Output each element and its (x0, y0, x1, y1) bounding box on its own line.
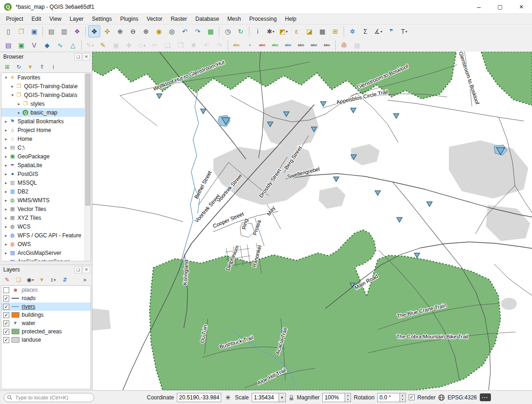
menu-project[interactable]: Project (2, 15, 27, 23)
pan-to-selection-button[interactable]: ✜ (101, 25, 113, 37)
data-source-manager-button[interactable]: ▤ (2, 39, 14, 51)
layer-row-landuse[interactable]: ✓landuse (1, 336, 91, 344)
open-project-button[interactable]: ❐ (15, 25, 27, 37)
browser-item-c-[interactable]: ▸▤C:\ (1, 143, 85, 152)
zoom-next-button[interactable]: ↷ (192, 25, 204, 37)
expander-icon[interactable]: ▸ (16, 102, 22, 106)
filter-by-expression-button[interactable]: ε▾ (48, 275, 59, 285)
developer-tools-button[interactable]: ✇ (338, 39, 350, 51)
expander-icon[interactable]: ▸ (3, 216, 9, 220)
layer-visibility-checkbox[interactable]: ✓ (3, 329, 9, 335)
menu-mesh[interactable]: Mesh (223, 15, 245, 23)
undock-panel-icon[interactable] (74, 266, 82, 273)
browser-item-wfs-ogc-api-feature[interactable]: ▸◍WFS / OGC API - Feature (1, 231, 85, 240)
collapse-all-button[interactable]: ⇑ (36, 62, 47, 72)
add-selected-layers-button[interactable]: ⊞ (2, 62, 12, 72)
layer-visibility-checkbox[interactable]: ✓ (3, 337, 9, 343)
identify-features-button[interactable]: i (252, 25, 264, 37)
refresh-browser-button[interactable]: ↻ (13, 62, 24, 72)
browser-item-db2[interactable]: ▸▥DB2 (1, 187, 85, 196)
rotation-input[interactable] (377, 393, 399, 402)
expander-icon[interactable]: ▸ (10, 84, 15, 89)
zoom-out-button[interactable]: ⊖ (127, 25, 139, 37)
expander-icon[interactable]: ▸ (3, 207, 9, 211)
layer-visibility-checkbox[interactable]: ✓ (3, 320, 9, 326)
menu-edit[interactable]: Edit (27, 15, 45, 23)
rotate-label-button[interactable]: abc (308, 39, 320, 51)
save-layer-edits-button[interactable]: ▣ (110, 39, 122, 51)
layer-visibility-checkbox[interactable] (3, 287, 9, 293)
show-layout-manager-button[interactable]: ▥ (58, 25, 70, 37)
layer-visibility-checkbox[interactable]: ✓ (3, 295, 9, 301)
show-hide-labels-button[interactable]: abc (282, 39, 294, 51)
current-edits-button[interactable]: ✎▾ (84, 39, 96, 51)
browser-item-mssql[interactable]: ▸▥MSSQL (1, 178, 85, 187)
menu-help[interactable]: Help (281, 15, 301, 23)
menu-view[interactable]: View (45, 15, 66, 23)
spin-up-icon[interactable] (345, 393, 351, 398)
spin-up-icon[interactable] (400, 393, 405, 398)
chevron-down-icon[interactable] (278, 393, 286, 402)
browser-item-basic-map[interactable]: ▸Qbasic_map (1, 108, 85, 117)
layer-row-buildings[interactable]: ✓buildings (1, 311, 91, 319)
filter-browser-button[interactable]: ▼ (25, 62, 36, 72)
layer-visibility-checkbox[interactable]: ✓ (3, 312, 9, 318)
scale-combobox[interactable] (252, 393, 286, 402)
layer-diagram-button[interactable]: ◔ (243, 39, 255, 51)
refresh-map-button[interactable]: ↻ (235, 25, 247, 37)
toggle-editing-button[interactable]: ✎ (97, 39, 109, 51)
menu-vector[interactable]: Vector (143, 15, 167, 23)
browser-item-styles[interactable]: ▸❐styles (1, 99, 85, 108)
layer-labeling-button[interactable]: abc (230, 39, 242, 51)
menu-processing[interactable]: Processing (245, 15, 281, 23)
expander-icon[interactable]: ▾ (3, 75, 9, 80)
layout-grid-button[interactable]: ▦ (351, 39, 363, 51)
minimize-button[interactable]: – (468, 0, 490, 13)
new-project-button[interactable]: ▯ (2, 25, 14, 37)
undo-button[interactable]: ↶ (200, 39, 212, 51)
expander-icon[interactable]: ▸ (3, 128, 9, 133)
map-tips-button[interactable]: ❞ (385, 25, 397, 37)
new-geopackage-layer-button[interactable]: ▣ (15, 39, 27, 51)
expander-icon[interactable]: ▸ (3, 119, 9, 124)
add-group-button[interactable]: ❏ (13, 275, 24, 285)
browser-item-wms-wmts[interactable]: ▸◍WMS/WMTS (1, 196, 85, 205)
browser-item-wcs[interactable]: ▸◍WCS (1, 222, 85, 231)
new-virtual-layer-button[interactable]: ∿ (54, 39, 66, 51)
browser-item-vector-tiles[interactable]: ▸▦Vector Tiles (1, 205, 85, 213)
processing-toolbox-button[interactable]: ✲ (346, 25, 358, 37)
open-attribute-table-button[interactable]: ▦ (316, 25, 328, 37)
browser-scrollbar[interactable] (85, 73, 91, 261)
menu-settings[interactable]: Settings (88, 15, 116, 23)
menu-layer[interactable]: Layer (66, 15, 88, 23)
layer-row-protected_areas[interactable]: ✓protected_areas (1, 327, 91, 336)
browser-item-favorites[interactable]: ▾★Favorites (1, 73, 85, 82)
temporal-controller-button[interactable]: ◷ (222, 25, 234, 37)
style-manager-button[interactable]: ❖ (71, 25, 83, 37)
add-feature-button[interactable]: ✚ (123, 39, 135, 51)
browser-item-ows[interactable]: ▸◍OWS (1, 240, 85, 248)
zoom-in-button[interactable]: ⊕ (114, 25, 126, 37)
browser-item-qgis-training-data-s[interactable]: ▾❐QGIS-Training-Data\s (1, 90, 85, 99)
text-annotation-button[interactable]: T▾ (398, 25, 410, 37)
pin-unpin-labels-button[interactable]: abc (269, 39, 281, 51)
expander-icon[interactable]: ▸ (3, 137, 9, 141)
messages-button[interactable]: ··· (480, 393, 491, 401)
magnifier-spinbox[interactable] (322, 393, 351, 402)
expander-icon[interactable]: ▸ (3, 233, 9, 238)
spin-down-icon[interactable] (400, 398, 405, 402)
map-canvas[interactable]: Wolfkloof Hut to Glenstroom HutGlenstroo… (92, 52, 532, 390)
deselect-features-button[interactable]: ◪ (303, 25, 315, 37)
lock-scale-icon[interactable] (289, 394, 294, 401)
expander-icon[interactable]: ▸ (3, 189, 9, 194)
expander-icon[interactable]: ▸ (3, 163, 9, 168)
browser-item-qgis-training-data-e[interactable]: ▸❐QGIS-Training-Data\e (1, 82, 85, 90)
menu-plugins[interactable]: Plugins (116, 15, 142, 23)
magnifier-input[interactable] (322, 393, 345, 402)
browser-item-xyz-tiles[interactable]: ▸▦XYZ Tiles (1, 213, 85, 222)
copy-features-button[interactable]: ❑ (162, 39, 174, 51)
expander-icon[interactable]: ▸ (3, 251, 9, 255)
menu-database[interactable]: Database (191, 15, 223, 23)
browser-item-project-home[interactable]: ▸⌂Project Home (1, 126, 85, 134)
zoom-to-layer-button[interactable]: ◎ (166, 25, 178, 37)
